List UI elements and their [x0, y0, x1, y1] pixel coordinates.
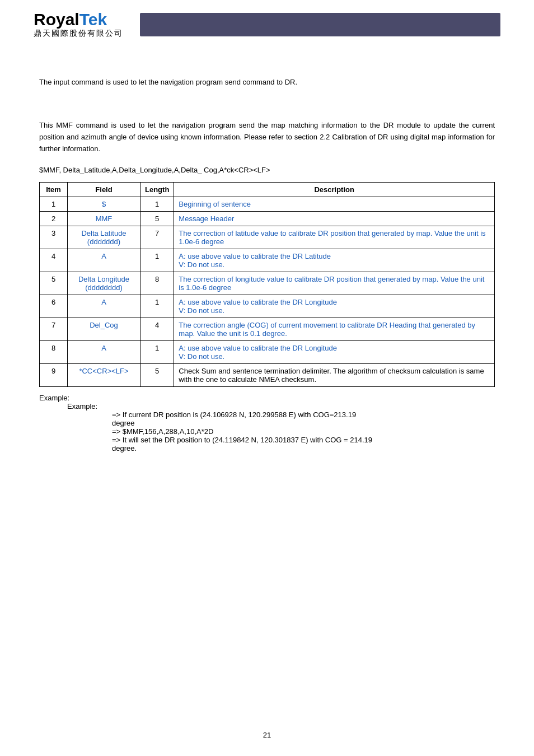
cell-description: A: use above value to calibrate the DR L… [174, 341, 495, 364]
cell-length: 1 [140, 197, 174, 212]
section-description: This MMF command is used to let the navi… [39, 120, 495, 155]
logo-royal: Royal [34, 10, 79, 29]
cell-field: *CC<CR><LF> [68, 364, 140, 387]
cell-description: Beginning of sentence [174, 197, 495, 212]
page-number: 21 [0, 731, 534, 739]
cell-length: 5 [140, 212, 174, 226]
cell-description: A: use above value to calibrate the DR L… [174, 249, 495, 272]
data-table: Item Field Length Description 1$1Beginni… [39, 182, 495, 387]
example-line1b: degree [112, 419, 495, 427]
example-line3b: degree. [112, 444, 495, 452]
cell-item: 3 [40, 226, 68, 249]
table-row: 6A1A: use above value to calibrate the D… [40, 295, 495, 318]
cell-item: 9 [40, 364, 68, 387]
cell-description: Check Sum and sentence termination delim… [174, 364, 495, 387]
page: RoyalTek 鼎天國際股份有限公司 The input command is… [0, 0, 534, 756]
cell-length: 5 [140, 364, 174, 387]
logo-chinese: 鼎天國際股份有限公司 [34, 29, 123, 39]
table-row: 2MMF5Message Header [40, 212, 495, 226]
cell-field: $ [68, 197, 140, 212]
example-line3: => It will set the DR position to (24.11… [112, 436, 495, 444]
cell-length: 1 [140, 249, 174, 272]
intro-text: The input command is used to let the nav… [39, 78, 495, 86]
example-line2: => $MMF,156,A,288,A,10,A*2D [112, 427, 495, 436]
cell-length: 7 [140, 226, 174, 249]
cell-description: A: use above value to calibrate the DR L… [174, 295, 495, 318]
table-row: 3Delta Latitude(ddddddd)7The correction … [40, 226, 495, 249]
col-header-item: Item [40, 183, 68, 197]
example-indent-label: Example: [67, 402, 495, 410]
logo-block: RoyalTek 鼎天國際股份有限公司 [34, 10, 123, 39]
header: RoyalTek 鼎天國際股份有限公司 [34, 0, 500, 44]
cell-length: 1 [140, 341, 174, 364]
cell-item: 8 [40, 341, 68, 364]
cell-description: The correction of longitude value to cal… [174, 272, 495, 295]
col-header-length: Length [140, 183, 174, 197]
header-bar [140, 13, 500, 36]
cell-field: Delta Latitude(ddddddd) [68, 226, 140, 249]
cell-field: A [68, 341, 140, 364]
table-row: 5Delta Longitude(dddddddd)8The correctio… [40, 272, 495, 295]
cell-description: Message Header [174, 212, 495, 226]
table-row: 4A1A: use above value to calibrate the D… [40, 249, 495, 272]
cell-field: MMF [68, 212, 140, 226]
cell-length: 4 [140, 318, 174, 341]
table-row: 9*CC<CR><LF>5Check Sum and sentence term… [40, 364, 495, 387]
command-line: $MMF, Delta_Latitude,A,Delta_Longitude,A… [39, 166, 495, 174]
table-header-row: Item Field Length Description [40, 183, 495, 197]
cell-item: 6 [40, 295, 68, 318]
cell-item: 2 [40, 212, 68, 226]
example-block: Example: Example: => If current DR posit… [39, 394, 495, 452]
cell-item: 4 [40, 249, 68, 272]
table-row: 1$1Beginning of sentence [40, 197, 495, 212]
logo-tek: Tek [79, 10, 107, 29]
cell-field: Del_Cog [68, 318, 140, 341]
cell-item: 5 [40, 272, 68, 295]
example-line1: => If current DR position is (24.106928 … [112, 410, 495, 419]
cell-field: Delta Longitude(dddddddd) [68, 272, 140, 295]
cell-description: The correction angle (COG) of current mo… [174, 318, 495, 341]
example-label: Example: [39, 394, 69, 402]
logo-royaltek: RoyalTek [34, 10, 123, 29]
col-header-field: Field [68, 183, 140, 197]
cell-length: 8 [140, 272, 174, 295]
example-content: => If current DR position is (24.106928 … [112, 410, 495, 452]
cell-item: 1 [40, 197, 68, 212]
table-row: 8A1A: use above value to calibrate the D… [40, 341, 495, 364]
example-indent1: Example: => If current DR position is (2… [67, 402, 495, 452]
cell-description: The correction of latitude value to cali… [174, 226, 495, 249]
content: The input command is used to let the nav… [34, 78, 500, 452]
cell-field: A [68, 295, 140, 318]
col-header-desc: Description [174, 183, 495, 197]
cell-length: 1 [140, 295, 174, 318]
cell-item: 7 [40, 318, 68, 341]
table-row: 7Del_Cog4The correction angle (COG) of c… [40, 318, 495, 341]
cell-field: A [68, 249, 140, 272]
